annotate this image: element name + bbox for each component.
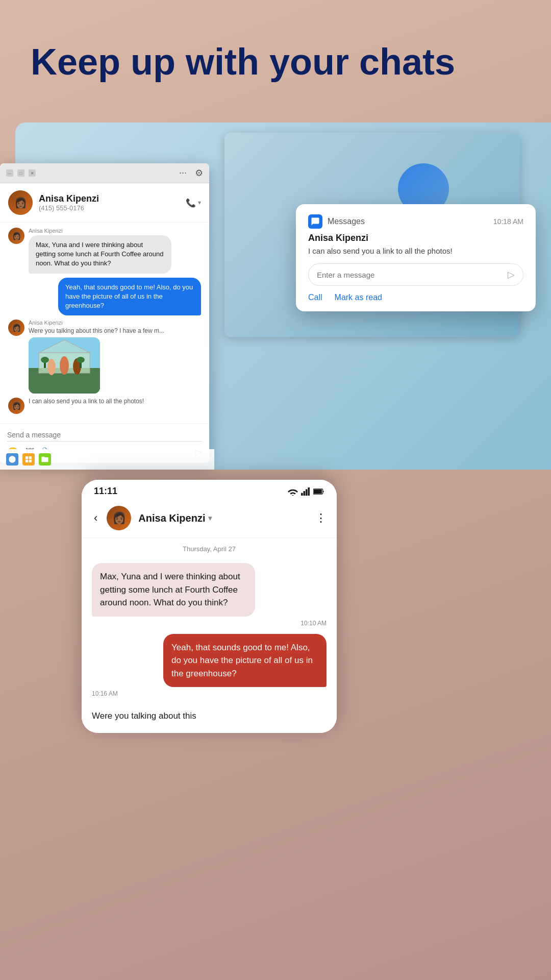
message-row-3: 👩🏾 Anisa Kipenzi Were you talking about …: [8, 320, 201, 394]
svg-rect-20: [308, 487, 310, 496]
svg-point-11: [9, 456, 15, 462]
msg-avatar-4: 👩🏾: [8, 398, 24, 414]
contact-avatar: 👩🏾: [8, 190, 33, 215]
svg-rect-14: [26, 460, 28, 462]
message-row-1: 👩🏾 Anisa Kipenzi Max, Yuna and I were th…: [8, 228, 201, 274]
notification-send-button[interactable]: ▷: [508, 269, 515, 280]
contact-phone: (415) 555-0176: [39, 204, 99, 212]
msg-bubble-1: Max, Yuna and I were thinking about gett…: [29, 235, 171, 274]
notification-sender: Anisa Kipenzi: [308, 233, 523, 243]
signal-icon: [301, 487, 310, 496]
msg-avatar-3: 👩🏾: [8, 320, 24, 336]
window-settings-icon[interactable]: ⚙: [195, 167, 203, 179]
phone-mockup: 11:11: [82, 480, 337, 733]
taskbar-store-icon[interactable]: [22, 453, 35, 465]
phone-status-icons: [288, 487, 324, 496]
svg-rect-17: [301, 493, 303, 495]
svg-rect-13: [29, 456, 32, 459]
msg-content-3: Anisa Kipenzi Were you talking about thi…: [29, 320, 201, 394]
phone-msg-1: Max, Yuna and I were thinking about gett…: [92, 563, 255, 617]
msg-sender-1: Anisa Kipenzi: [29, 228, 201, 234]
call-chevron-icon: ▾: [198, 199, 201, 206]
notification-mark-as-read-button[interactable]: Mark as read: [335, 293, 382, 302]
phone-msg-2: Yeah, that sounds good to me! Also, do y…: [163, 634, 327, 688]
window-minimize-btn[interactable]: —: [6, 169, 13, 177]
phone-more-options-button[interactable]: ⋮: [315, 511, 327, 525]
page-title: Keep up with your chats: [0, 0, 551, 104]
phone-status-bar: 11:11: [82, 480, 337, 501]
window-maximize-btn[interactable]: □: [17, 169, 24, 177]
svg-rect-15: [29, 460, 32, 462]
message-row-2: Yeah, that sounds good to me! Also, do y…: [8, 278, 201, 316]
battery-icon: [313, 488, 324, 495]
phone-msg-1-time: 10:10 AM: [92, 620, 327, 627]
contact-details: Anisa Kipenzi (415) 555-0176: [39, 193, 99, 212]
notification-message: I can also send you a link to all the ph…: [308, 247, 523, 255]
msg-text-4: I can also send you a link to all the ph…: [29, 398, 201, 405]
msg-content-4: I can also send you a link to all the ph…: [29, 398, 201, 405]
msg-bubble-2: Yeah, that sounds good to me! Also, do y…: [58, 278, 201, 316]
phone-back-button[interactable]: ‹: [92, 509, 99, 527]
taskbar-edge-icon[interactable]: [6, 453, 18, 465]
window-controls: — □ ✕: [6, 169, 36, 177]
notification-popup: Messages 10:18 AM Anisa Kipenzi I can al…: [296, 204, 536, 311]
phone-sent-msg-container: Yeah, that sounds good to me! Also, do y…: [92, 634, 327, 691]
svg-point-8: [41, 357, 49, 363]
svg-point-10: [77, 357, 85, 363]
phone-contact-chevron-icon: ▾: [208, 514, 212, 522]
greenhouse-photo: [29, 337, 100, 394]
phone-contact-name: Anisa Kipenzi ▾: [138, 512, 308, 524]
svg-rect-22: [314, 489, 322, 493]
taskbar: [0, 449, 214, 470]
message-input[interactable]: [7, 429, 202, 442]
window-close-btn[interactable]: ✕: [29, 169, 36, 177]
window-titlebar: — □ ✕ ··· ⚙: [0, 163, 209, 183]
svg-rect-18: [304, 491, 306, 496]
msg-avatar-1: 👩🏾: [8, 228, 24, 244]
phone-msg-3-preview: Were you talking about this: [92, 704, 327, 728]
window-header-icons: ··· ⚙: [179, 167, 203, 179]
taskbar-files-icon[interactable]: [39, 453, 51, 465]
notification-call-button[interactable]: Call: [308, 293, 322, 302]
call-button[interactable]: 📞 ▾: [186, 198, 201, 208]
phone-date-separator: Thursday, April 27: [82, 538, 337, 558]
phone-status-time: 11:11: [94, 486, 117, 497]
phone-chat-area: Max, Yuna and I were thinking about gett…: [82, 558, 337, 733]
contact-info: 👩🏾 Anisa Kipenzi (415) 555-0176: [8, 190, 99, 215]
notification-input-row: ▷: [308, 263, 523, 286]
avatar-image: 👩🏾: [8, 190, 33, 215]
svg-point-4: [47, 359, 56, 375]
svg-point-16: [292, 495, 293, 495]
svg-point-5: [60, 356, 69, 375]
notification-time: 10:18 AM: [493, 217, 523, 226]
phone-header: ‹ 👩🏾 Anisa Kipenzi ▾ ⋮: [82, 501, 337, 538]
messages-app-icon: [308, 214, 322, 229]
notification-reply-input[interactable]: [317, 271, 503, 279]
msg-sender-3: Anisa Kipenzi: [29, 320, 201, 326]
svg-rect-12: [26, 456, 28, 459]
msg-text-3: Were you talking about this one? I have …: [29, 327, 201, 334]
notification-app-name: Messages: [328, 217, 365, 226]
contact-header: 👩🏾 Anisa Kipenzi (415) 555-0176 📞 ▾: [0, 183, 209, 223]
msg-content-1: Anisa Kipenzi Max, Yuna and I were think…: [29, 228, 201, 274]
notification-header: Messages 10:18 AM: [308, 214, 523, 229]
phone-msg-2-time: 10:16 AM: [92, 690, 327, 697]
notification-actions: Call Mark as read: [308, 293, 523, 302]
phone-icon: 📞: [186, 198, 196, 208]
window-menu-dots-icon[interactable]: ···: [179, 167, 187, 179]
message-row-4: 👩🏾 I can also send you a link to all the…: [8, 398, 201, 414]
phone-contact-avatar: 👩🏾: [107, 506, 131, 530]
page-container: Keep up with your chats — □ ✕ ··· ⚙ 👩🏾: [0, 0, 551, 980]
phone-contact-name-text: Anisa Kipenzi: [138, 512, 205, 524]
chat-messages-area: 👩🏾 Anisa Kipenzi Max, Yuna and I were th…: [0, 223, 209, 423]
wifi-icon: [288, 487, 298, 496]
desktop-messages-window: — □ ✕ ··· ⚙ 👩🏾 Anisa Kipenzi (415) 555-0…: [0, 163, 209, 463]
notification-app-info: Messages: [308, 214, 365, 229]
contact-name: Anisa Kipenzi: [39, 193, 99, 204]
svg-rect-19: [306, 489, 308, 495]
